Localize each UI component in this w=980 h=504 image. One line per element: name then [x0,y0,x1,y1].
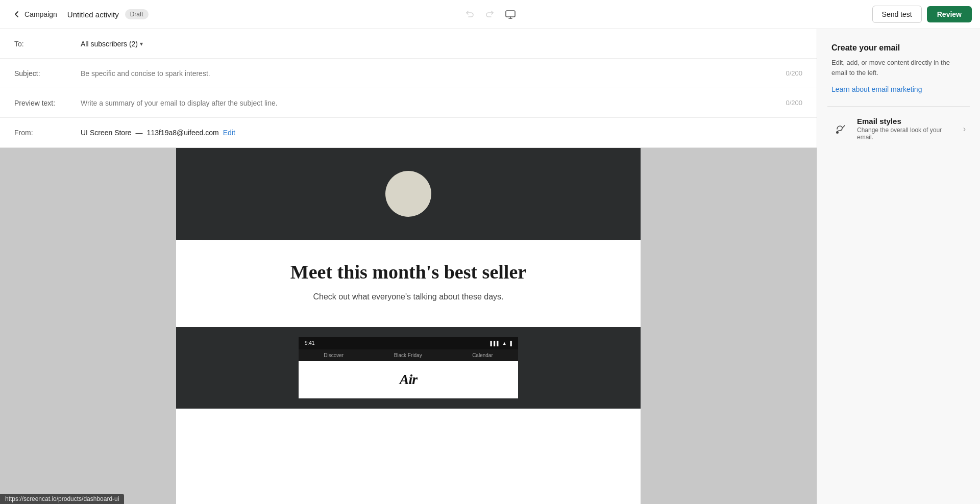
meta-row-subject: Subject: 0/200 [0,59,817,88]
undo-button[interactable] [460,5,479,23]
send-test-button[interactable]: Send test [872,6,922,23]
email-styles-nav-item[interactable]: Email styles Change the overall look of … [817,107,980,151]
phone-nav-item-3: Calendar [472,352,493,358]
to-value-button[interactable]: All subscribers (2) ▾ [81,40,143,48]
desktop-preview-button[interactable] [501,5,520,23]
wifi-icon: ▲ [502,341,507,346]
svg-point-1 [836,131,839,134]
meta-row-from: From: UI Screen Store — 113f19a8@uifeed.… [0,118,817,147]
learn-email-marketing-link[interactable]: Learn about email marketing [831,85,922,93]
sidebar-create-title: Create your email [831,43,966,53]
phone-nav-item-1: Discover [324,352,344,358]
topbar-right: Send test Review [872,6,972,23]
email-styles-chevron-icon: › [963,124,966,134]
draft-badge: Draft [125,9,149,19]
from-label: From: [14,129,81,137]
sidebar-nav-text-email-styles: Email styles Change the overall look of … [857,117,956,141]
email-body: Meet this month's best seller Check out … [176,240,641,327]
email-subtext: Check out what everyone's talking about … [217,292,600,301]
product-title-text: Air [400,371,417,388]
email-headline: Meet this month's best seller [217,261,600,284]
main-layout: To: All subscribers (2) ▾ Subject: 0/200… [0,29,980,504]
sidebar-create-description: Edit, add, or move content directly in t… [831,58,966,78]
email-styles-label: Email styles [857,117,956,125]
redo-button[interactable] [481,5,499,23]
email-styles-sublabel: Change the overall look of your email. [857,127,956,141]
preview-count: 0/200 [786,99,802,107]
subject-count: 0/200 [786,69,802,77]
email-product-block: 9:41 ▌▌▌ ▲ ▐ Discover Black Friday Calen… [176,327,641,409]
meta-row-to: To: All subscribers (2) ▾ [0,29,817,59]
email-styles-icon [831,120,850,138]
meta-row-preview: Preview text: 0/200 [0,88,817,118]
content-area: To: All subscribers (2) ▾ Subject: 0/200… [0,29,817,504]
back-arrow-icon [12,10,21,19]
from-email: 113f19a8@uifeed.com [147,129,219,137]
from-value: UI Screen Store — 113f19a8@uifeed.com Ed… [81,129,235,137]
email-header-block [176,148,641,240]
phone-time: 9:41 [305,340,314,346]
from-separator: — [136,129,143,137]
sidebar-create-section: Create your email Edit, add, or move con… [817,29,980,106]
email-canvas[interactable]: Meet this month's best seller Check out … [176,148,641,504]
preview-label: Preview text: [14,99,81,107]
subject-input[interactable] [81,69,786,78]
from-name: UI Screen Store [81,129,132,137]
chevron-down-icon: ▾ [140,40,143,47]
product-image: 9:41 ▌▌▌ ▲ ▐ Discover Black Friday Calen… [299,337,518,398]
preview-text-input[interactable] [81,99,786,107]
back-label: Campaign [24,10,57,18]
to-value: All subscribers (2) [81,40,138,48]
from-edit-button[interactable]: Edit [223,129,235,137]
logo-circle [385,171,431,217]
url-bar: https://screencat.io/products/dashboard-… [0,494,124,504]
to-label: To: [14,40,81,48]
signal-icon: ▌▌▌ [491,341,500,346]
phone-nav-item-2: Black Friday [394,352,422,358]
svg-rect-0 [506,11,515,17]
review-button[interactable]: Review [927,6,972,22]
phone-nav: Discover Black Friday Calendar [299,349,518,361]
topbar: Campaign Untitled activity Draft Send te… [0,0,980,29]
phone-status-bar: 9:41 ▌▌▌ ▲ ▐ [299,337,518,349]
tab-title: Untitled activity [65,10,121,19]
topbar-left: Campaign Untitled activity Draft [8,8,872,21]
logo-container [378,163,439,224]
topbar-center-controls [460,5,520,23]
back-button[interactable]: Campaign [8,8,61,21]
url-text: https://screencat.io/products/dashboard-… [5,495,119,502]
phone-status-icons: ▌▌▌ ▲ ▐ [491,341,512,346]
subject-label: Subject: [14,69,81,78]
product-title-area: Air [299,361,518,398]
email-preview-wrapper: Meet this month's best seller Check out … [0,148,817,504]
email-meta-panel: To: All subscribers (2) ▾ Subject: 0/200… [0,29,817,148]
battery-icon: ▐ [509,341,512,346]
right-sidebar: Create your email Edit, add, or move con… [817,29,980,504]
